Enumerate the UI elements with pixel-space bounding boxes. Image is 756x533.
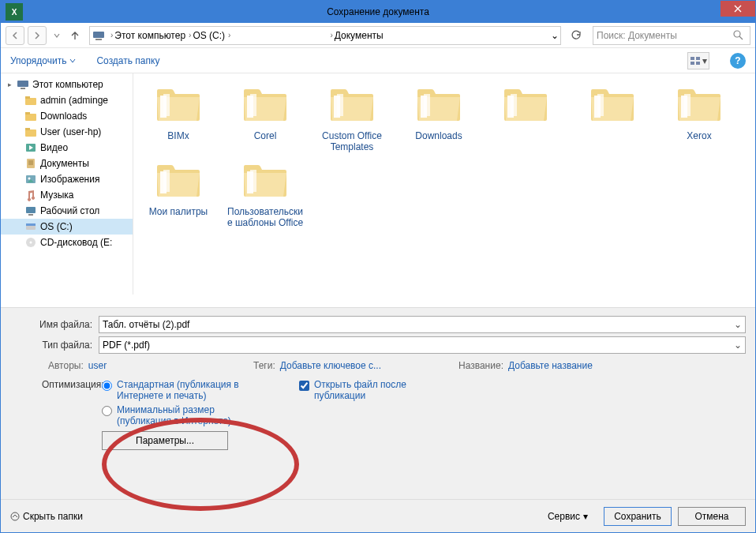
main-area: ▸ Этот компьютер admin (admingeDownloads… [1,73,755,295]
sidebar: ▸ Этот компьютер admin (admingeDownloads… [1,73,133,295]
sidebar-item[interactable]: User (user-hp) [1,124,133,140]
forward-button[interactable] [28,26,47,45]
up-button[interactable] [67,28,83,43]
svg-rect-5 [691,62,694,65]
radio-minimum[interactable] [102,406,112,416]
tags-value[interactable]: Добавьте ключевое с... [280,360,381,371]
sidebar-item-label: OS (C:) [40,221,73,232]
disk-icon [24,220,37,233]
folder-icon [411,83,466,127]
crumb-0[interactable]: ›Этот компьютер [109,30,187,41]
svg-rect-8 [21,88,25,89]
folder-icon [324,83,380,127]
back-button[interactable] [6,26,24,45]
svg-point-25 [11,512,19,520]
folder-item[interactable]: Downloads [397,80,481,156]
search-input[interactable]: Поиск: Документы [593,26,750,45]
folder-item[interactable]: Мои палитры [137,156,220,231]
save-button[interactable]: Сохранить [604,507,672,526]
svg-rect-7 [17,81,28,87]
folder-icon [24,126,37,138]
sidebar-item[interactable]: Видео [1,140,133,156]
sidebar-item[interactable]: Документы [1,156,133,171]
new-folder-button[interactable]: Создать папку [96,55,159,66]
checkbox-open-after[interactable] [299,381,309,391]
folder-icon [151,83,206,127]
sidebar-item-label: Музыка [40,190,73,201]
optimize-standard[interactable]: Стандартная (публикация в Интернете и пе… [102,379,244,401]
folder-item[interactable] [484,80,567,156]
crumb-2[interactable]: › [226,31,328,39]
folder-icon [238,159,293,203]
filetype-label: Тип файла: [10,340,99,351]
chevron-right-icon: › [110,31,113,39]
organize-button[interactable]: Упорядочить [10,55,76,66]
excel-icon: X [6,3,23,21]
svg-rect-20 [28,214,33,216]
close-button[interactable] [720,1,755,17]
music-icon [24,189,37,201]
title-value[interactable]: Добавьте название [508,360,593,371]
sidebar-item[interactable]: OS (C:) [1,219,133,235]
refresh-button[interactable] [567,27,585,44]
svg-rect-3 [691,57,694,60]
authors-label: Авторы: [48,360,84,371]
chevron-down-icon: ▾ [583,511,588,522]
sidebar-item-label: CD-дисковод (E: [40,237,112,248]
sidebar-item[interactable]: Изображения [1,171,133,187]
sidebar-item[interactable]: Downloads [1,108,133,124]
folder-item[interactable]: Custom Office Templates [310,80,394,156]
sidebar-item-label: Видео [40,142,68,153]
help-button[interactable]: ? [730,53,746,69]
open-after-checkbox[interactable]: Открыть файл после публикации [299,379,425,450]
folder-item[interactable]: Corel [223,80,307,156]
optimize-minimum[interactable]: Минимальный размер (публикация в Интерне… [102,404,244,426]
video-icon [24,141,37,154]
content-pane[interactable]: BIMxCorelCustom Office TemplatesDownload… [133,73,755,295]
folder-label: Custom Office Templates [313,130,391,152]
folder-item[interactable] [571,80,654,156]
filename-label: Имя файла: [10,319,99,330]
folder-icon [151,159,206,203]
sidebar-item[interactable]: CD-дисковод (E: [1,235,133,250]
sidebar-item[interactable]: admin (adminge [1,92,133,108]
computer-icon [92,28,106,43]
crumb-3[interactable]: ›Документы [328,30,384,41]
service-button[interactable]: Сервис ▾ [548,511,588,522]
sidebar-root[interactable]: ▸ Этот компьютер [1,77,133,92]
expand-icon[interactable]: ▸ [6,81,13,88]
hide-folders-button[interactable]: Скрыть папки [10,511,83,522]
folder-item[interactable]: BIMx [137,80,220,156]
sidebar-item[interactable]: Рабочий стол [1,203,133,219]
chevron-down-icon[interactable]: ⌄ [734,319,742,330]
close-icon [734,5,742,13]
computer-icon [17,78,29,91]
arrow-right-icon [32,31,42,40]
parameters-button[interactable]: Параметры... [102,431,228,450]
toolbar: Упорядочить Создать папку ▾ ? [1,48,755,73]
arrow-left-icon [10,31,20,40]
view-button[interactable]: ▾ [687,52,709,69]
sidebar-item[interactable]: Музыка [1,187,133,203]
folder-item[interactable]: Xerox [657,80,741,156]
filetype-select[interactable]: PDF (*.pdf) ⌄ [99,336,746,354]
crumb-1[interactable]: ›OS (C:) [187,30,226,41]
folder-label: Пользовательские шаблоны Office [226,206,305,228]
filename-input[interactable]: Табл. отчёты (2).pdf ⌄ [99,316,746,333]
svg-point-24 [30,242,32,244]
chevron-down-icon[interactable]: ⌄ [551,30,559,41]
refresh-icon [571,30,582,41]
chevron-down-icon[interactable]: ⌄ [734,340,742,351]
optimize-label: Оптимизация: [42,379,102,450]
bottom-panel: Имя файла: Табл. отчёты (2).pdf ⌄ Тип фа… [1,307,755,499]
optimize-radiogroup: Стандартная (публикация в Интернете и пе… [102,379,244,450]
recent-button[interactable] [50,26,64,45]
folder-item[interactable]: Пользовательские шаблоны Office [223,156,307,231]
folder-icon [24,110,37,122]
authors-value[interactable]: user [88,360,107,371]
radio-standard[interactable] [102,381,112,391]
cancel-button[interactable]: Отмена [678,507,746,526]
title-label: Название: [458,360,503,371]
address-bar[interactable]: ›Этот компьютер ›OS (C:) › ›Документы ⌄ [89,26,561,45]
titlebar: X Сохранение документа [1,1,755,23]
